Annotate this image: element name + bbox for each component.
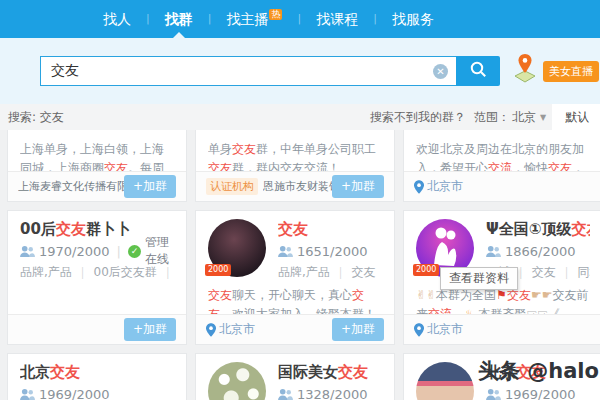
group-tag: 交友	[532, 265, 556, 279]
location-pin-icon	[414, 323, 424, 337]
members-icon	[486, 245, 501, 258]
location-label: 北京市	[427, 178, 463, 195]
card-header-info: 交友1651/2000品牌,产品｜交友｜聊天｜交友聊...	[278, 219, 382, 281]
text-segment: 群，中年单身公司职工	[256, 142, 376, 156]
members-icon	[278, 388, 293, 400]
group-card[interactable]: 北京交友1969/2000	[7, 353, 187, 400]
join-group-button[interactable]: +加群	[332, 318, 384, 341]
card-header-info: 国际美女交友1328/2000	[278, 362, 368, 400]
text-segment: 交友	[56, 220, 86, 238]
group-location: 北京市	[414, 321, 592, 338]
text-segment: ✌✌	[416, 288, 436, 302]
tab-find-group-active[interactable]: 找群	[150, 0, 208, 38]
text-segment: ⚑	[496, 288, 507, 302]
group-card[interactable]: 国际美女交友1328/2000	[195, 353, 395, 400]
group-avatar[interactable]	[208, 362, 266, 400]
search-band: ✕ 美女直播	[0, 38, 600, 104]
avatar-capacity-badge: 2000	[205, 264, 231, 276]
text-segment: 北京	[20, 363, 50, 381]
nav-tab-label: 找群	[165, 11, 193, 27]
clear-search-icon[interactable]: ✕	[433, 64, 448, 79]
group-card[interactable]: 00后交友群卜卜1970/2000|✓管理在线品牌,产品｜00后交友群｜00后交…	[7, 210, 187, 345]
company-name-link[interactable]: 上海麦睿文化传播有限公司	[18, 179, 124, 194]
top-navbar: 找人|找群|找主播热|找课程|找服务	[0, 0, 600, 38]
tab-nav-2[interactable]: 找主播热	[211, 0, 297, 38]
text-segment: 交友	[208, 288, 232, 302]
group-card[interactable]: 2000交友1651/2000品牌,产品｜交友｜聊天｜交友聊...交友聊天，开心…	[195, 210, 395, 345]
avatar-capacity-badge: 2000	[413, 264, 439, 276]
group-card[interactable]: 欢迎北京及周边在北京的朋友加入，希望开心交流，愉快交友，禁止发送不良北京市	[403, 130, 600, 202]
nav-tab-label: 找主播	[226, 11, 268, 27]
join-group-button[interactable]: +加群	[124, 318, 176, 341]
avatar-wrap: 2000	[208, 219, 266, 277]
chevron-down-icon[interactable]: ▼	[540, 113, 546, 122]
scope-dropdown[interactable]: 北京	[512, 109, 536, 126]
divider: |	[117, 244, 121, 259]
cant-find-group-link[interactable]: 搜索不到我的群？	[370, 109, 466, 126]
card-footer: 北京市	[404, 314, 600, 344]
avatar-wrap	[416, 362, 474, 400]
card-header-info: 00后交友群卜卜1970/2000|✓管理在线品牌,产品｜00后交友群｜00后交…	[20, 219, 174, 281]
tag-separator: ｜	[381, 265, 382, 279]
avatar-wrap	[208, 362, 266, 400]
tab-nav-3[interactable]: 找课程	[301, 0, 373, 38]
card-body: 00后交友群卜卜1970/2000|✓管理在线品牌,产品｜00后交友群｜00后交…	[8, 211, 186, 281]
group-title[interactable]: 交友	[278, 219, 382, 239]
tab-nav-4[interactable]: 找服务	[377, 0, 449, 38]
company-name-link[interactable]: 恩施市友财装饰工程有限公司	[263, 179, 332, 194]
watermark: 头条 @halo	[478, 357, 599, 385]
group-card[interactable]: 2000Ψ全国①顶级交友1866/2000同城｜交友｜同城｜生...✌✌本群为全…	[403, 210, 600, 345]
group-tag: 同城	[578, 265, 590, 279]
group-card[interactable]: 单身交友群，中年单身公司职工交友群，群内交友交流！认证机构恩施市友财装饰工程有限…	[195, 130, 395, 202]
join-group-button[interactable]: +加群	[332, 175, 384, 198]
group-avatar[interactable]	[416, 362, 474, 400]
member-count-line: 1970/2000|✓管理在线	[20, 242, 174, 260]
group-info-tooltip: 查看群资料	[440, 267, 518, 290]
member-count: 1651/2000	[297, 244, 368, 259]
group-tag: 品牌,产品	[20, 265, 72, 279]
card-header: 国际美女交友1328/2000	[208, 362, 382, 400]
member-count-line: 1969/2000	[486, 385, 576, 400]
group-tag: 00后交友群	[94, 265, 157, 279]
search-icon	[469, 60, 487, 82]
text-segment: ☛☛	[531, 288, 553, 302]
member-count-line: 1969/2000	[20, 385, 110, 400]
member-count-line: 1651/2000	[278, 242, 382, 260]
live-streams-badge[interactable]: 美女直播	[543, 61, 599, 82]
group-tags: 品牌,产品｜00后交友群｜00后交友...	[20, 264, 174, 281]
group-card[interactable]: 上海单身，上海白领，上海同城，上海商圈交友。每周末举办相亲活动，每...上海麦睿…	[7, 130, 187, 202]
member-count-line: 1328/2000	[278, 385, 368, 400]
admin-online-label: 管理在线	[145, 234, 174, 268]
card-footer: 认证机构恩施市友财装饰工程有限公司+加群	[196, 171, 394, 201]
location-pin-icon	[206, 323, 216, 337]
join-group-button[interactable]: +加群	[124, 175, 176, 198]
text-segment: 交友	[338, 363, 368, 381]
group-title[interactable]: 北京交友	[20, 362, 110, 382]
location-label: 北京市	[219, 321, 255, 338]
member-count: 1969/2000	[39, 387, 110, 400]
card-row: 上海单身，上海白领，上海同城，上海商圈交友。每周末举办相亲活动，每...上海麦睿…	[7, 130, 600, 202]
search-button[interactable]	[456, 56, 500, 86]
location-label: 北京市	[427, 321, 463, 338]
hot-badge: 热	[269, 9, 282, 20]
group-location: 北京市	[414, 178, 592, 195]
search-input[interactable]	[41, 58, 421, 84]
card-footer: 北京市+加群	[196, 314, 394, 344]
group-tag: 交友	[352, 265, 376, 279]
members-icon	[486, 388, 501, 400]
members-icon	[20, 245, 35, 258]
text-segment: 聊天，开心聊天，真心	[232, 288, 352, 302]
member-count: 1970/2000	[39, 244, 110, 259]
tag-separator: ｜	[162, 265, 174, 279]
search-input-wrap: ✕	[40, 56, 456, 86]
group-title[interactable]: 国际美女交友	[278, 362, 368, 382]
sort-default-button[interactable]: 默认	[552, 104, 600, 130]
map-location-icon[interactable]	[511, 52, 539, 86]
card-footer: +加群	[8, 314, 186, 344]
filter-controls: 搜索不到我的群？ 范围： 北京 ▼ 默认 人数	[370, 104, 600, 130]
location-pin-icon	[414, 180, 424, 194]
tab-nav-0[interactable]: 找人	[88, 0, 146, 38]
group-title[interactable]: Ψ全国①顶级交友	[486, 219, 590, 239]
text-segment: 00后	[20, 220, 56, 238]
text-segment: Ψ全国①顶级	[486, 220, 571, 238]
